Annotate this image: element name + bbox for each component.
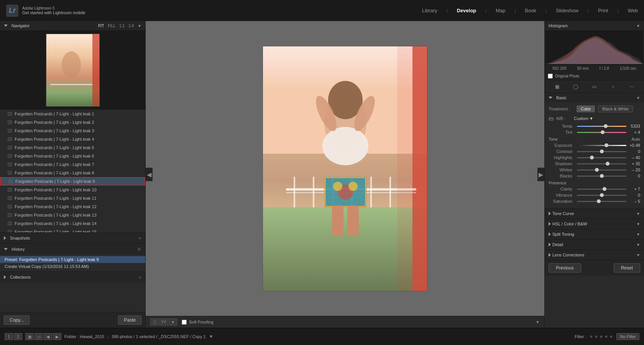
crop-btn-dots[interactable]: ⋯ — [627, 83, 636, 90]
preset-item-4[interactable]: Forgotten Postcards | 7-Light - Light le… — [0, 143, 145, 152]
contrast-thumb[interactable] — [600, 150, 604, 153]
crop-btn-circle[interactable]: ◯ — [571, 83, 580, 90]
soft-proofing[interactable]: Soft Proofing — [182, 320, 214, 325]
nav-web[interactable]: Web — [628, 6, 638, 15]
detail-collapse[interactable]: ▼ — [636, 243, 640, 247]
nav-1-1[interactable]: 1:1 — [119, 24, 125, 28]
snapshots-header[interactable]: Snapshots + — [0, 233, 145, 243]
original-photo-checkbox[interactable] — [548, 74, 553, 79]
tone-curve-section[interactable]: Tone Curve ▼ — [545, 208, 644, 219]
crop-btn-circle2[interactable]: ○ — [608, 83, 618, 90]
reset-button[interactable]: Reset — [614, 263, 640, 273]
tone-curve-collapse[interactable]: ▼ — [636, 212, 640, 216]
blacks-thumb[interactable] — [600, 174, 604, 178]
hsl-section[interactable]: HSL / Color / B&W ▼ — [545, 219, 644, 229]
history-header[interactable]: History ✕ — [0, 244, 145, 255]
nav-print[interactable]: Print — [598, 6, 608, 15]
clarity-thumb[interactable] — [603, 187, 606, 191]
snapshots-add[interactable]: + — [138, 235, 141, 241]
whites-thumb[interactable] — [595, 168, 599, 172]
history-clear[interactable]: ✕ — [137, 246, 141, 252]
app-subtitle[interactable]: Get started with Lightroom mobile — [22, 10, 85, 15]
preset-item-14[interactable]: Forgotten Postcards | 7-Light - Light le… — [0, 228, 145, 232]
nav-1-4[interactable]: 1:4 — [128, 24, 134, 28]
crop-btn-grid[interactable]: ▦ — [552, 83, 562, 90]
saturation-thumb[interactable] — [597, 199, 601, 203]
filmstrip-dropdown[interactable]: ▼ — [209, 334, 214, 339]
view-btn-compare[interactable]: YY — [159, 319, 168, 325]
soft-proofing-checkbox[interactable] — [182, 320, 187, 325]
highlights-value: – 40 — [628, 155, 640, 160]
nav-develop[interactable]: Develop — [457, 6, 476, 15]
preset-item-8[interactable]: Forgotten Postcards | 7-Light - Light le… — [0, 177, 145, 186]
navigator-toggle[interactable] — [4, 25, 8, 27]
basic-section-header[interactable]: Basic ▼ — [545, 93, 644, 102]
lens-corrections-collapse[interactable]: ▼ — [636, 253, 640, 257]
star-1[interactable]: ★ — [589, 334, 593, 339]
right-panel-toggle[interactable]: ▶ — [537, 168, 544, 181]
temp-thumb[interactable] — [604, 124, 608, 128]
wb-eyedropper[interactable]: 🗁 — [549, 115, 554, 122]
preset-item-12[interactable]: Forgotten Postcards | 7-Light - Light le… — [0, 211, 145, 219]
preset-item-1[interactable]: Forgotten Postcards | 7-Light - Light le… — [0, 118, 145, 127]
view-single[interactable]: 1 — [5, 333, 13, 340]
contrast-label: Contrast — [549, 149, 575, 154]
copy-button[interactable]: Copy... — [4, 315, 30, 325]
nav-slideshow[interactable]: Slideshow — [556, 6, 578, 15]
preset-item-10[interactable]: Forgotten Postcards | 7-Light - Light le… — [0, 194, 145, 202]
previous-button[interactable]: Previous — [549, 263, 581, 273]
no-filter-btn[interactable]: No Filter — [616, 333, 639, 340]
nav-fill[interactable]: FILL — [108, 24, 115, 28]
toolbar-arrow-down[interactable]: ▼ — [536, 320, 540, 324]
view-btn-dropdown[interactable]: ▼ — [169, 319, 177, 325]
view-compare[interactable]: 2 — [14, 333, 22, 340]
shadows-thumb[interactable] — [606, 162, 610, 166]
lens-corrections-section[interactable]: Lens Corrections ▼ — [545, 250, 644, 260]
preset-item-5[interactable]: Forgotten Postcards | 7-Light - Light le… — [0, 152, 145, 160]
preset-item-2[interactable]: Forgotten Postcards | 7-Light - Light le… — [0, 127, 145, 135]
preset-item-13[interactable]: Forgotten Postcards | 7-Light - Light le… — [0, 219, 145, 228]
grid-view[interactable]: ▦ — [25, 333, 34, 340]
hsl-collapse[interactable]: ▼ — [636, 222, 640, 226]
basic-collapse[interactable]: ▼ — [636, 96, 640, 100]
crop-btn-rect[interactable]: ▭ — [590, 83, 599, 90]
nav-menu[interactable]: ▼ — [138, 24, 141, 28]
preset-item-0[interactable]: Forgotten Postcards | 7-Light - Light le… — [0, 110, 145, 118]
collections-header[interactable]: Collections + — [0, 272, 145, 283]
color-button[interactable]: Color — [577, 105, 595, 112]
preset-item-9[interactable]: Forgotten Postcards | 7-Light - Light le… — [0, 186, 145, 194]
star-2[interactable]: ★ — [594, 334, 598, 339]
left-panel-toggle[interactable]: ◀ — [146, 168, 153, 181]
nav-map[interactable]: Map — [496, 6, 505, 15]
histogram-collapse[interactable]: ▼ — [636, 24, 640, 28]
bw-button[interactable]: Black & White — [598, 105, 632, 112]
nav-fit[interactable]: FIT — [98, 24, 104, 28]
vibrance-thumb[interactable] — [600, 193, 604, 197]
loupe-view[interactable]: ▭ — [34, 333, 43, 340]
next-photo[interactable]: ▶ — [53, 333, 61, 340]
preset-item-3[interactable]: Forgotten Postcards | 7-Light - Light le… — [0, 135, 145, 143]
tint-thumb[interactable] — [601, 130, 605, 134]
exposure-thumb[interactable] — [605, 143, 608, 147]
wb-dropdown[interactable]: Custom ▼ — [574, 116, 593, 121]
star-3[interactable]: ★ — [599, 334, 603, 339]
auto-button[interactable]: Auto — [631, 137, 640, 141]
highlights-thumb[interactable] — [590, 156, 594, 159]
nav-library[interactable]: Library — [422, 6, 437, 15]
view-btn-single[interactable]: ☐ — [150, 319, 159, 325]
preset-item-11[interactable]: Forgotten Postcards | 7-Light - Light le… — [0, 202, 145, 211]
split-toning-collapse[interactable]: ▼ — [636, 232, 640, 237]
nav-book[interactable]: Book — [525, 6, 536, 15]
preset-item-6[interactable]: Forgotten Postcards | 7-Light - Light le… — [0, 160, 145, 169]
split-toning-section[interactable]: Split Toning ▼ — [545, 229, 644, 239]
prev-photo[interactable]: ◀ — [44, 333, 52, 340]
detail-section[interactable]: Detail ▼ — [545, 239, 644, 250]
whites-label: Whites — [549, 168, 575, 172]
history-item-0[interactable]: Preset: Forgotten Postcards | 7-Light - … — [0, 256, 145, 263]
history-item-1[interactable]: Create Virtual Copy (1/10/2016 11:15:53 … — [0, 263, 145, 270]
preset-item-7[interactable]: Forgotten Postcards | 7-Light - Light le… — [0, 169, 145, 177]
paste-button[interactable]: Paste — [118, 315, 141, 325]
star-5[interactable]: ★ — [609, 334, 613, 339]
star-4[interactable]: ★ — [604, 334, 608, 339]
collections-add[interactable]: + — [138, 274, 141, 280]
